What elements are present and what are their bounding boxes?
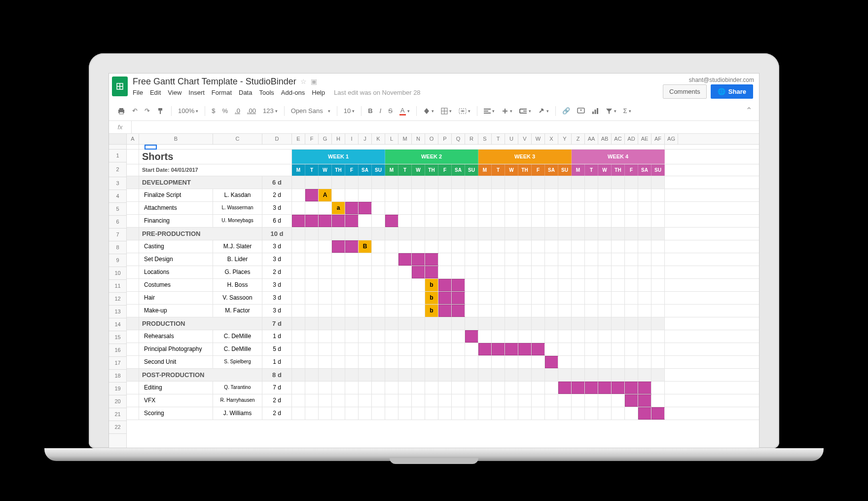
grid-cell[interactable] [438, 292, 452, 304]
grid-cell[interactable] [532, 317, 545, 330]
move-folder-icon[interactable]: ▣ [311, 77, 317, 85]
grid-cell[interactable] [319, 266, 332, 278]
grid-cell[interactable] [398, 369, 412, 381]
grid-cell[interactable] [478, 202, 492, 214]
grid-cell[interactable] [505, 176, 518, 189]
grid-cell[interactable] [412, 266, 425, 278]
grid-cell[interactable] [372, 202, 385, 214]
grid-cell[interactable] [478, 382, 492, 394]
grid-cell[interactable]: B [359, 240, 372, 253]
grid-cell[interactable] [625, 202, 638, 214]
grid-cell[interactable] [465, 330, 478, 343]
print-icon[interactable] [115, 105, 128, 117]
grid-cell[interactable] [518, 176, 532, 189]
menu-file[interactable]: File [133, 89, 143, 96]
grid-cell[interactable] [545, 240, 558, 253]
grid-cell[interactable] [532, 382, 545, 394]
grid-cell[interactable] [359, 356, 372, 368]
row-header[interactable]: 14 [109, 318, 126, 331]
grid-cell[interactable] [492, 394, 505, 407]
grid-cell[interactable]: 2 d [262, 407, 292, 420]
grid-cell[interactable] [438, 343, 452, 355]
grid-cell[interactable]: 10 d [262, 228, 292, 240]
grid-cell[interactable] [518, 317, 532, 330]
grid-cell[interactable] [638, 240, 651, 253]
grid-cell[interactable] [518, 305, 532, 317]
grid-cell[interactable] [585, 317, 598, 330]
grid-cell[interactable] [545, 330, 558, 343]
grid-cell[interactable] [332, 305, 345, 317]
grid-cell[interactable] [612, 292, 625, 304]
grid-cell[interactable] [398, 394, 412, 407]
grid-cell[interactable]: 7 d [262, 382, 292, 394]
grid-cell[interactable] [518, 228, 532, 240]
grid-cell[interactable] [345, 382, 359, 394]
grid-cell[interactable] [625, 394, 638, 407]
menu-help[interactable]: Help [312, 89, 325, 96]
grid-cell[interactable] [478, 176, 492, 189]
grid-cell[interactable] [372, 266, 385, 278]
collapse-toolbar-icon[interactable]: ⌃ [746, 106, 752, 115]
grid-cell[interactable] [492, 189, 505, 201]
grid-cell[interactable] [545, 292, 558, 304]
rotate-button[interactable]: ▾ [536, 106, 551, 116]
grid-cell[interactable] [651, 292, 665, 304]
grid-cell[interactable] [492, 215, 505, 227]
grid-cell[interactable] [332, 394, 345, 407]
grid-cell[interactable] [292, 292, 305, 304]
row-header[interactable]: 9 [109, 254, 126, 267]
grid-cell[interactable] [651, 202, 665, 214]
grid-cell[interactable] [319, 356, 332, 368]
grid-cell[interactable] [292, 317, 305, 330]
grid-cell[interactable]: 3 d [262, 279, 292, 291]
grid-cell[interactable]: Costumes [139, 279, 213, 291]
grid-cell[interactable] [127, 356, 139, 368]
grid-cell[interactable] [598, 369, 612, 381]
grid-cell[interactable] [319, 305, 332, 317]
grid-cell[interactable] [332, 330, 345, 343]
day-header[interactable]: TH [612, 164, 625, 176]
grid-cell[interactable] [385, 343, 398, 355]
grid-cell[interactable] [625, 317, 638, 330]
grid-cell[interactable]: U. Moneybags [213, 215, 262, 227]
day-header[interactable]: M [478, 164, 492, 176]
grid-cell[interactable] [319, 240, 332, 253]
column-header[interactable]: AD [625, 134, 638, 144]
grid-cell[interactable] [651, 279, 665, 291]
grid-cell[interactable] [598, 176, 612, 189]
grid-cell[interactable] [505, 369, 518, 381]
grid-cell[interactable] [412, 343, 425, 355]
grid-cell[interactable] [518, 382, 532, 394]
grid-cell[interactable] [372, 317, 385, 330]
grid-cell[interactable] [385, 189, 398, 201]
grid-cell[interactable] [572, 407, 585, 420]
grid-cell[interactable] [465, 240, 478, 253]
row-header[interactable]: 5 [109, 203, 126, 216]
grid-cell[interactable] [651, 330, 665, 343]
grid-cell[interactable] [585, 292, 598, 304]
grid-cell[interactable] [505, 305, 518, 317]
grid-cell[interactable] [452, 407, 465, 420]
grid-cell[interactable] [612, 343, 625, 355]
grid-cell[interactable] [598, 215, 612, 227]
grid-cell[interactable] [505, 317, 518, 330]
grid-cell[interactable] [345, 407, 359, 420]
grid-cell[interactable] [572, 202, 585, 214]
grid-cell[interactable] [478, 394, 492, 407]
grid-cell[interactable] [478, 330, 492, 343]
grid-cell[interactable]: 6 d [262, 176, 292, 189]
grid-cell[interactable] [332, 407, 345, 420]
column-header[interactable]: T [492, 134, 505, 144]
grid-cell[interactable] [127, 253, 139, 266]
grid-cell[interactable] [438, 382, 452, 394]
column-header[interactable]: X [545, 134, 558, 144]
grid-cell[interactable] [638, 317, 651, 330]
grid-cell[interactable]: 5 d [262, 343, 292, 355]
filter-icon[interactable]: ▾ [603, 106, 619, 116]
grid-cell[interactable] [638, 356, 651, 368]
column-header[interactable]: AE [638, 134, 651, 144]
wrap-button[interactable]: ▾ [517, 106, 534, 116]
column-header[interactable]: Q [452, 134, 465, 144]
grid-cell[interactable] [305, 382, 319, 394]
grid-cell[interactable] [385, 382, 398, 394]
